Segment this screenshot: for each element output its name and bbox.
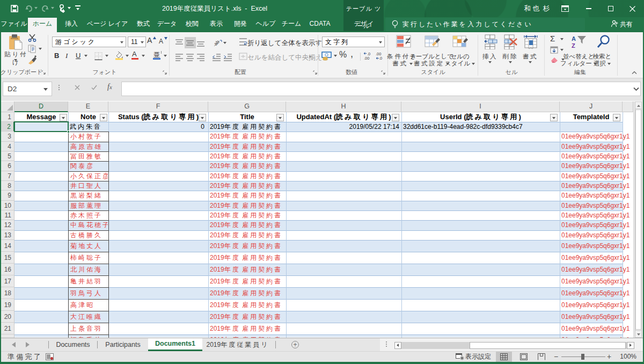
svg-text:ab: ab bbox=[213, 39, 221, 47]
svg-text:A: A bbox=[572, 35, 576, 42]
svg-text:.00: .00 bbox=[364, 56, 369, 61]
svg-text:Z: Z bbox=[572, 42, 575, 48]
